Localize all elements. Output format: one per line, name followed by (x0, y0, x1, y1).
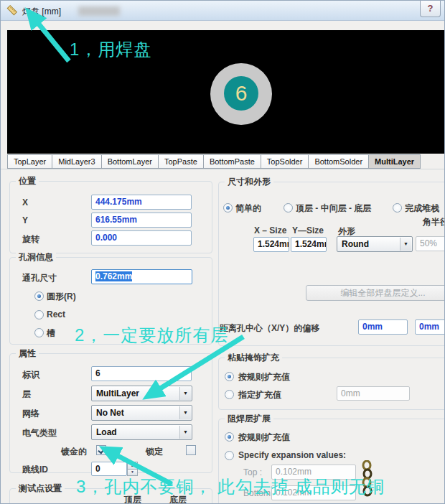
net-dropdown-value: No Net (96, 408, 124, 418)
paste-specify-label: 指定扩充值 (238, 389, 281, 401)
plated-checkbox[interactable] (96, 445, 106, 455)
y-size-header: Y—Size (292, 225, 324, 235)
offset-x-input[interactable]: 0mm (358, 319, 408, 335)
rotation-label: 旋转 (22, 233, 39, 246)
testpoint-group-title: 测试点设置 (16, 483, 65, 494)
window-title: 焊盘 [mm] (22, 6, 61, 18)
x-input[interactable]: 444.175mm (91, 195, 192, 210)
solder-specify-radio[interactable] (225, 451, 234, 460)
paste-mask-group-title: 粘贴掩饰扩充 (225, 353, 282, 363)
edit-pad-layers-button: 编辑全部焊盘层定义... (306, 285, 445, 301)
hole-slot-radio[interactable] (34, 328, 44, 337)
hole-rect-radio[interactable] (34, 310, 44, 319)
paste-specify-input: 0mm (337, 386, 410, 401)
pad-properties-dialog: 焊盘 [mm] ? 6 TopLayer MidLayer3 BottomLay… (0, 0, 445, 504)
x-label: X (22, 197, 28, 207)
hole-size-input[interactable]: 0.762mm (91, 269, 192, 284)
hole-info-group-title: 孔洞信息 (16, 252, 56, 263)
shape-dropdown[interactable]: Round▼ (337, 236, 413, 252)
paste-rule-radio[interactable] (225, 372, 234, 381)
tab-topsolder[interactable]: TopSolder (261, 154, 309, 169)
layer-dropdown-value: MultiLayer (96, 388, 139, 398)
position-group-title: 位置 (16, 176, 39, 187)
solder-specify-label: Specify expansion values: (238, 450, 346, 460)
spinner-up-icon[interactable]: ▲ (127, 462, 138, 470)
jumper-id-input[interactable]: 0 (91, 462, 127, 476)
layer-dropdown[interactable]: MultiLayer▼ (91, 386, 192, 401)
tab-multilayer[interactable]: MultiLayer (368, 154, 421, 169)
designator-label: 标识 (22, 369, 39, 381)
pad-outer-ring: 6 (210, 63, 272, 125)
corner-radius-label: 角半径( (423, 216, 445, 228)
rotation-input[interactable]: 0.000 (91, 230, 192, 246)
tab-midlayer3[interactable]: MidLayer3 (52, 154, 101, 169)
hole-slot-label: 槽 (47, 327, 55, 340)
tab-toplayer[interactable]: TopLayer (7, 154, 52, 169)
hole-round-label: 圆形(R) (47, 291, 76, 303)
net-dropdown[interactable]: No Net▼ (91, 405, 192, 421)
paste-specify-radio[interactable] (225, 390, 234, 399)
electrical-type-dropdown[interactable]: Load▼ (91, 424, 192, 440)
designator-input[interactable]: 6 (91, 366, 192, 381)
tab-bottomlayer[interactable]: BottomLayer (101, 154, 159, 169)
solder-mask-group-title: 阻焊层扩展 (225, 414, 273, 424)
plated-label: 镀金的 (61, 446, 87, 458)
title-bar: 焊盘 [mm] ? (1, 1, 444, 21)
pad-designator-number: 6 (235, 81, 248, 106)
ruler-icon (6, 4, 18, 16)
full-stack-label: 完成堆栈 (405, 202, 439, 215)
layer-label: 层 (22, 388, 31, 401)
jumper-id-stepper: ▲ ▼ (127, 462, 138, 476)
paste-rule-label: 按规则扩充值 (238, 371, 290, 383)
corner-radius-input: 50% (416, 236, 445, 251)
solder-rule-radio[interactable] (225, 432, 234, 442)
hole-round-radio[interactable] (34, 291, 44, 301)
annotation-note-2: 2，一定要放所有层 (75, 324, 228, 347)
net-label: 网络 (22, 408, 39, 420)
chevron-down-icon[interactable]: ▼ (179, 387, 191, 400)
y-input[interactable]: 616.55mm (91, 213, 192, 228)
shape-dropdown-value: Round (342, 239, 369, 249)
locked-label: 锁定 (146, 446, 163, 458)
tab-bottompaste[interactable]: BottomPaste (203, 154, 261, 169)
offset-y-input[interactable]: 0mm (415, 319, 445, 335)
chevron-down-icon[interactable]: ▼ (400, 238, 411, 251)
simple-radio[interactable] (223, 203, 233, 213)
y-size-input[interactable]: 1.524mm (291, 237, 327, 252)
chevron-down-icon[interactable]: ▼ (179, 406, 191, 419)
hole-size-label: 通孔尺寸 (22, 272, 57, 284)
electrical-type-dropdown-value: Load (96, 427, 117, 437)
y-label: Y (22, 215, 28, 225)
electrical-type-label: 电气类型 (22, 427, 57, 439)
chevron-down-icon[interactable]: ▼ (179, 426, 191, 439)
redacted-text (78, 6, 120, 16)
help-button[interactable]: ? (420, 1, 441, 17)
top-mid-bottom-label: 顶层 - 中间层 - 底层 (296, 202, 386, 215)
solder-rule-label: 按规则扩充值 (238, 431, 290, 444)
tab-bottomsolder[interactable]: BottomSolder (308, 154, 369, 169)
size-shape-group-title: 尺寸和外形 (225, 177, 273, 187)
simple-label: 简单的 (235, 202, 261, 215)
full-stack-radio[interactable] (393, 203, 402, 213)
x-size-header: X – Size (254, 225, 286, 235)
hole-rect-label: Rect (47, 309, 65, 319)
locked-checkbox[interactable] (186, 445, 196, 455)
properties-group-title: 属性 (16, 348, 39, 359)
hole-size-selected-text: 0.762mm (95, 271, 132, 281)
tab-divider (1, 169, 445, 169)
pad-hole: 6 (224, 76, 258, 111)
paste-mask-group: 粘贴掩饰扩充 (218, 358, 445, 410)
layer-tab-bar: TopLayer MidLayer3 BottomLayer TopPaste … (8, 154, 421, 169)
tab-toppaste[interactable]: TopPaste (158, 154, 204, 169)
jumper-id-label: 跳线ID (22, 464, 48, 476)
hole-offset-label: 距离孔中心（X/Y）的偏移 (220, 322, 319, 335)
top-mid-bottom-radio[interactable] (284, 203, 293, 213)
annotation-note-1: 1，用焊盘 (70, 38, 151, 61)
annotation-note-3: 3，孔内不要铜， 此勾去掉 成品则无铜 (76, 475, 385, 498)
x-size-input[interactable]: 1.524mm (253, 237, 289, 252)
